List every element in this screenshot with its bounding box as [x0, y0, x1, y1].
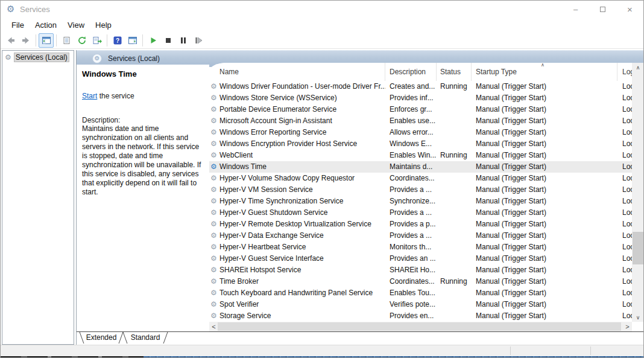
- service-gear-icon: ⚙: [210, 184, 217, 196]
- svg-text:?: ?: [115, 37, 119, 44]
- table-row[interactable]: ⚙Hyper-V VM Session Service Provides a .…: [209, 184, 632, 196]
- table-row[interactable]: ⚙Microsoft Account Sign-in Assistant Ena…: [209, 115, 632, 127]
- service-name-cell: ⚙Spot Verifier: [209, 299, 385, 310]
- show-action-pane-button[interactable]: [125, 33, 140, 48]
- panel-header-title: Services (Local): [108, 54, 160, 63]
- refresh-button[interactable]: [74, 33, 89, 48]
- horizontal-scroll-thumb[interactable]: [218, 322, 621, 331]
- forward-button[interactable]: [18, 33, 33, 48]
- scroll-left-icon[interactable]: <: [209, 322, 218, 331]
- menu-help[interactable]: Help: [90, 19, 117, 31]
- menu-view[interactable]: View: [62, 19, 90, 31]
- service-name-cell: ⚙Windows Error Reporting Service: [209, 127, 385, 138]
- service-startup-cell: Manual (Trigger Start): [472, 241, 617, 253]
- table-row[interactable]: ⚙Time Broker Coordinates... Running Manu…: [209, 276, 632, 287]
- service-startup-cell: Manual (Trigger Start): [472, 173, 617, 184]
- service-description-cell: Coordinates...: [385, 173, 437, 184]
- service-startup-cell: Manual (Trigger Start): [472, 127, 617, 138]
- start-icon: [148, 36, 158, 45]
- properties-button[interactable]: [59, 33, 74, 48]
- service-startup-cell: Manual (Trigger Start): [472, 230, 617, 241]
- service-gear-icon: ⚙: [210, 150, 217, 161]
- service-status-cell: [437, 230, 472, 241]
- minimize-button[interactable]: –: [562, 1, 589, 18]
- tab-standard[interactable]: Standard: [127, 332, 163, 344]
- table-row[interactable]: ⚙Hyper-V Heartbeat Service Monitors th..…: [209, 241, 632, 253]
- column-header-log-on-as[interactable]: Log: [617, 63, 632, 81]
- table-row[interactable]: ⚙Windows Driver Foundation - User-mode D…: [209, 81, 632, 92]
- column-header-startup-type[interactable]: Startup Type: [472, 63, 617, 81]
- table-row[interactable]: ⚙Hyper-V Guest Service Interface Provide…: [209, 253, 632, 264]
- show-console-tree-button[interactable]: [39, 33, 54, 48]
- title-bar[interactable]: ⚙ Services – ×: [1, 1, 643, 18]
- close-button[interactable]: ×: [616, 1, 643, 18]
- table-row[interactable]: ⚙Hyper-V Remote Desktop Virtualization S…: [209, 219, 632, 230]
- scroll-up-icon[interactable]: ∧: [632, 63, 644, 72]
- toolbar-separator: [56, 34, 57, 46]
- column-header-status[interactable]: Status: [437, 63, 472, 81]
- service-description-cell: Verifies pote...: [385, 299, 437, 310]
- help-button[interactable]: ?: [110, 33, 125, 48]
- service-description-cell: Enables use...: [385, 115, 437, 127]
- service-gear-icon: ⚙: [210, 115, 217, 127]
- service-action-line: Start the service: [82, 92, 203, 100]
- service-status-cell: [437, 299, 472, 310]
- table-row[interactable]: ⚙Touch Keyboard and Handwriting Panel Se…: [209, 287, 632, 299]
- scroll-down-icon[interactable]: ∨: [632, 313, 644, 322]
- table-row[interactable]: ⚙Portable Device Enumerator Service Enfo…: [209, 104, 632, 115]
- export-list-button[interactable]: [89, 33, 104, 48]
- service-logon-cell: Loc: [617, 115, 632, 127]
- console-tree-icon: [42, 36, 51, 45]
- back-button[interactable]: [3, 33, 18, 48]
- table-row[interactable]: ⚙Spot Verifier Verifies pote... Manual (…: [209, 299, 632, 310]
- menu-action[interactable]: Action: [30, 19, 62, 31]
- service-description-cell: Enforces gr...: [385, 104, 437, 115]
- service-status-cell: [437, 196, 472, 207]
- stop-service-button[interactable]: [160, 33, 175, 48]
- table-row[interactable]: ⚙SHAREit Hotspot Service SHAREit Ho... M…: [209, 264, 632, 276]
- horizontal-scrollbar[interactable]: < >: [209, 322, 632, 331]
- tab-extended[interactable]: Extended: [84, 332, 119, 344]
- pause-service-button[interactable]: [175, 33, 191, 48]
- service-logon-cell: Loc: [617, 161, 632, 173]
- vertical-scroll-thumb[interactable]: [633, 232, 643, 264]
- table-row[interactable]: ⚙Hyper-V Time Synchronization Service Sy…: [209, 196, 632, 207]
- service-startup-cell: Manual (Trigger Start): [472, 104, 617, 115]
- column-header-description[interactable]: Description: [385, 63, 437, 81]
- table-row[interactable]: ⚙Hyper-V Data Exchange Service Provides …: [209, 230, 632, 241]
- scroll-right-icon[interactable]: >: [623, 322, 632, 331]
- service-gear-icon: ⚙: [210, 230, 217, 241]
- service-name-cell: ⚙SHAREit Hotspot Service: [209, 264, 385, 276]
- service-logon-cell: Loc: [617, 241, 632, 253]
- service-logon-cell: Loc: [617, 173, 632, 184]
- table-row[interactable]: ⚙Windows Error Reporting Service Allows …: [209, 127, 632, 138]
- table-row[interactable]: ⚙Windows Encryption Provider Host Servic…: [209, 138, 632, 150]
- restart-service-button[interactable]: [191, 33, 206, 48]
- service-logon-cell: Loc: [617, 310, 632, 322]
- table-row[interactable]: ⚙Storage Service Provides en... Manual (…: [209, 310, 632, 322]
- service-status-cell: [437, 184, 472, 196]
- maximize-button[interactable]: [589, 1, 616, 18]
- service-description-cell: Maintains d...: [385, 161, 437, 173]
- tree-item-services-local[interactable]: ⚙ Services (Local): [2, 51, 74, 63]
- service-name-cell: ⚙Hyper-V Volume Shadow Copy Requestor: [209, 173, 385, 184]
- status-bar: [1, 345, 644, 356]
- service-description-cell: Provides a p...: [385, 219, 437, 230]
- column-header-name[interactable]: Name: [209, 63, 385, 81]
- status-bar-divider: [510, 347, 511, 355]
- table-row[interactable]: ⚙Windows Store Service (WSService) Provi…: [209, 92, 632, 104]
- action-pane-icon: [128, 36, 137, 45]
- table-row[interactable]: ⚙WebClient Enables Win... Running Manual…: [209, 150, 632, 161]
- table-row[interactable]: ⚙Hyper-V Volume Shadow Copy Requestor Co…: [209, 173, 632, 184]
- table-row[interactable]: ⚙Windows Time Maintains d... Manual (Tri…: [209, 161, 632, 173]
- service-gear-icon: ⚙: [210, 264, 217, 276]
- start-service-link[interactable]: Start: [82, 92, 97, 100]
- service-gear-icon: ⚙: [210, 299, 217, 310]
- vertical-scrollbar[interactable]: ∧ ∨: [632, 63, 644, 322]
- table-row[interactable]: ⚙Hyper-V Guest Shutdown Service Provides…: [209, 207, 632, 219]
- sort-up-icon: ∧: [541, 63, 545, 68]
- service-status-cell: [437, 219, 472, 230]
- start-service-button[interactable]: [145, 33, 160, 48]
- pause-icon: [178, 36, 188, 45]
- menu-file[interactable]: File: [6, 19, 30, 31]
